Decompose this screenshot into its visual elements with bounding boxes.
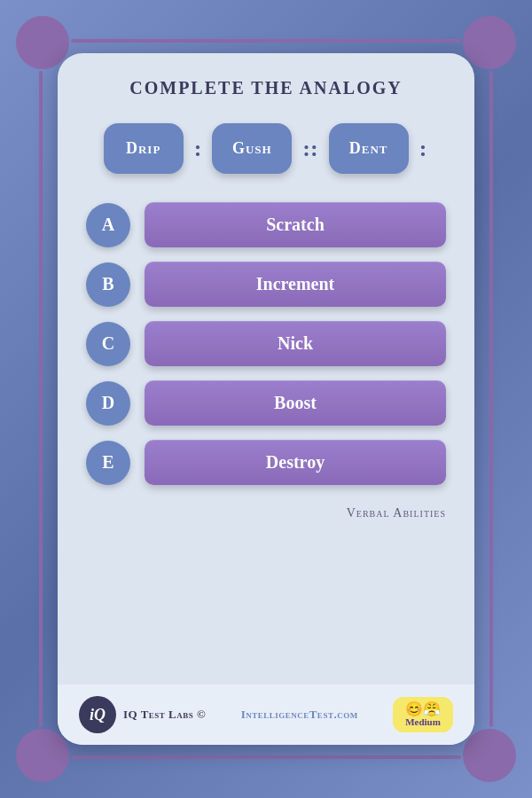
- difficulty-faces: 😊😤: [405, 702, 441, 716]
- sep-3: :: [419, 137, 427, 160]
- word-dent: Dent: [329, 123, 409, 174]
- option-b-letter: B: [86, 262, 130, 307]
- brand-name: IQ Test Labs ©: [123, 708, 206, 722]
- footer-site: IntelligenceTest.com: [241, 708, 358, 722]
- difficulty-badge: 😊😤 Medium: [393, 697, 453, 732]
- option-e-letter: E: [86, 441, 130, 485]
- outer-frame: Complete the Analogy Drip : Gush :: Dent…: [0, 0, 532, 798]
- main-card: Complete the Analogy Drip : Gush :: Dent…: [58, 53, 474, 745]
- option-e-label: Destroy: [145, 440, 446, 485]
- option-a-letter: A: [86, 203, 130, 247]
- option-e[interactable]: E Destroy: [86, 440, 446, 485]
- option-b-label: Increment: [145, 262, 446, 307]
- card-content: Complete the Analogy Drip : Gush :: Dent…: [86, 78, 446, 586]
- border-top: [71, 39, 461, 43]
- difficulty-label: Medium: [405, 716, 441, 727]
- option-d-label: Boost: [145, 380, 446, 426]
- corner-decoration-tr: [463, 16, 516, 69]
- option-a[interactable]: A Scratch: [86, 202, 446, 247]
- option-c-label: Nick: [145, 321, 446, 366]
- border-right: [489, 71, 493, 727]
- sep-1: :: [194, 137, 202, 160]
- iq-logo-icon: iQ: [79, 696, 116, 733]
- option-d-letter: D: [86, 381, 130, 426]
- border-left: [39, 71, 43, 727]
- border-bottom: [71, 755, 461, 759]
- card-title: Complete the Analogy: [129, 78, 402, 98]
- option-c-letter: C: [86, 322, 130, 366]
- corner-decoration-bl: [16, 729, 69, 782]
- option-a-label: Scratch: [145, 202, 446, 247]
- option-b[interactable]: B Increment: [86, 262, 446, 307]
- category-label: Verbal Abilities: [347, 506, 446, 520]
- footer-logo: iQ IQ Test Labs ©: [79, 696, 206, 733]
- analogy-row: Drip : Gush :: Dent :: [86, 123, 446, 174]
- corner-decoration-tl: [16, 16, 69, 69]
- options-list: A Scratch B Increment C Nick D Boost E: [86, 202, 446, 485]
- option-c[interactable]: C Nick: [86, 321, 446, 366]
- word-drip: Drip: [104, 123, 184, 174]
- option-d[interactable]: D Boost: [86, 380, 446, 426]
- word-gush: Gush: [212, 123, 292, 174]
- sep-2: ::: [302, 137, 317, 160]
- corner-decoration-br: [463, 729, 516, 782]
- footer-bar: iQ IQ Test Labs © IntelligenceTest.com 😊…: [58, 685, 474, 745]
- iq-logo-text: iQ: [90, 706, 106, 724]
